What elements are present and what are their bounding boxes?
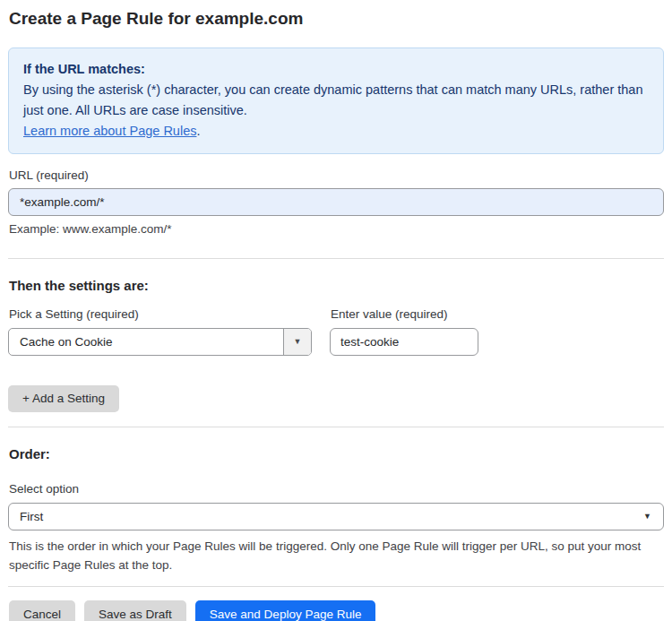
url-field-label: URL (required) [8, 168, 664, 182]
setting-picker-column: Pick a Setting (required) Cache on Cooki… [8, 293, 312, 356]
divider [8, 258, 664, 259]
divider [8, 586, 664, 587]
page-title: Create a Page Rule for example.com [8, 7, 664, 29]
setting-picker-select[interactable]: Cache on Cookie ▼ [8, 328, 312, 356]
url-example-text: Example: www.example.com/* [8, 222, 664, 236]
settings-row: Pick a Setting (required) Cache on Cooki… [8, 293, 664, 356]
info-box-body: By using the asterisk (*) character, you… [23, 80, 649, 121]
setting-value-column: Enter value (required) [330, 293, 478, 356]
chevron-down-icon: ▼ [294, 337, 302, 346]
info-box-link-line: Learn more about Page Rules. [23, 121, 649, 142]
order-help-text: This is the order in which your Page Rul… [8, 538, 653, 575]
link-period: . [196, 124, 200, 138]
order-select-value: First [20, 510, 43, 523]
setting-value-input[interactable] [330, 328, 478, 356]
order-select-label: Select option [8, 482, 664, 496]
settings-section-heading: Then the settings are: [8, 278, 664, 293]
learn-more-link[interactable]: Learn more about Page Rules [23, 124, 196, 138]
setting-picker-value: Cache on Cookie [9, 329, 283, 355]
order-section-heading: Order: [8, 446, 664, 461]
divider [8, 427, 664, 427]
save-and-deploy-button[interactable]: Save and Deploy Page Rule [195, 600, 376, 621]
url-input[interactable] [8, 188, 664, 216]
add-setting-button[interactable]: + Add a Setting [8, 385, 119, 412]
info-box-heading: If the URL matches: [23, 59, 649, 80]
setting-picker-arrow-button[interactable]: ▼ [283, 329, 311, 355]
setting-picker-label: Pick a Setting (required) [8, 307, 312, 321]
cancel-button[interactable]: Cancel [9, 600, 75, 621]
form-actions: Cancel Save as Draft Save and Deploy Pag… [8, 600, 664, 621]
chevron-down-icon: ▼ [643, 512, 651, 521]
setting-value-label: Enter value (required) [330, 307, 478, 321]
order-select[interactable]: First ▼ [8, 503, 664, 530]
save-as-draft-button[interactable]: Save as Draft [84, 600, 186, 621]
url-match-info-box: If the URL matches: By using the asteris… [8, 47, 664, 154]
